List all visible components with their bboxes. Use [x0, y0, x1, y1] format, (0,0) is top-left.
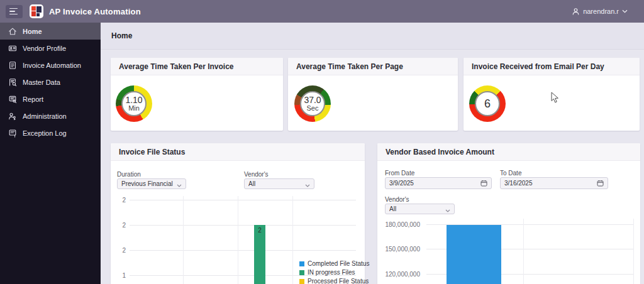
hamburger-menu-button[interactable]: [6, 5, 23, 18]
invoice-file-status-card: Invoice File Status Duration Previous Fi…: [111, 143, 365, 284]
card-title: Vendor Based Invoice Amount: [386, 148, 494, 156]
vendors-label: Vendor's: [385, 196, 409, 203]
legend-label: Processed File Status: [308, 278, 369, 284]
chevron-down-icon: [445, 204, 450, 215]
y-axis-tick: 1: [113, 272, 126, 279]
user-menu[interactable]: narendran.r: [572, 0, 628, 23]
vendor-profile-icon: [8, 44, 17, 53]
gauge-avg-time-per-invoice: 1.10 Min: [116, 85, 152, 122]
y-axis-tick: 150,000,000: [382, 246, 420, 253]
invoice-automation-icon: [8, 61, 17, 70]
legend-item-processed[interactable]: Processed File Status: [299, 278, 369, 284]
gauge-unit: Min: [128, 105, 140, 112]
gridline: [183, 196, 184, 284]
card-title: Invoice Received from Email Per Day: [472, 62, 604, 71]
mouse-cursor: [551, 92, 559, 106]
sidebar-item-administration[interactable]: Administration: [0, 107, 101, 124]
legend-swatch: [299, 279, 304, 284]
duration-select-value: Previous Financial Year: [121, 180, 174, 187]
sidebar-nav: Home Vendor Profile Invoice Automation M…: [0, 23, 101, 284]
to-date-label: To Date: [500, 170, 521, 177]
card-header: Invoice File Status: [111, 143, 365, 161]
duration-select[interactable]: Previous Financial Year: [117, 178, 186, 189]
sidebar-item-label: Exception Log: [23, 129, 67, 137]
legend-item-completed[interactable]: Completed File Status: [299, 260, 369, 267]
breadcrumb: Home: [111, 31, 132, 40]
sidebar-item-invoice-automation[interactable]: Invoice Automation: [0, 57, 101, 74]
to-date-input[interactable]: 3/16/2025: [500, 177, 608, 189]
vendors-select-value: All: [389, 205, 396, 212]
kpi-card-avg-time-per-invoice: Average Time Taken Per Invoice 1.10 Min: [111, 58, 283, 131]
chevron-down-icon: [622, 9, 628, 13]
app-logo-icon: [30, 4, 43, 18]
vendor-invoice-amount-card: Vendor Based Invoice Amount From Date 3/…: [377, 143, 640, 284]
gauge-invoice-received: 6: [469, 85, 506, 122]
sidebar-item-label: Home: [23, 28, 42, 35]
duration-label: Duration: [117, 171, 141, 178]
card-title: Invoice File Status: [119, 148, 185, 156]
report-icon: [8, 95, 17, 104]
vendors-select[interactable]: All: [244, 178, 314, 189]
chevron-down-icon: [177, 178, 182, 190]
y-axis-tick: 180,000,000: [382, 221, 420, 228]
legend-swatch: [299, 261, 304, 266]
to-date-value: 3/16/2025: [504, 180, 533, 187]
top-header: AP Invoice Automation narendran.r: [0, 0, 644, 23]
gauge-center: 37.0 Sec: [300, 91, 325, 116]
y-axis-tick: 2: [113, 197, 126, 204]
gauge-unit: Sec: [307, 105, 319, 112]
calendar-icon: [480, 178, 487, 189]
user-name: narendran.r: [583, 8, 619, 15]
gridline: [238, 196, 238, 284]
vendors-label: Vendor's: [244, 171, 269, 178]
legend-label: Completed File Status: [308, 260, 369, 267]
kpi-card-avg-time-per-page: Average Time Taken Per Page 37.0 Sec: [288, 58, 458, 131]
gridline: [523, 219, 524, 284]
exception-log-icon: [8, 129, 17, 138]
sidebar-item-label: Master Data: [23, 79, 60, 86]
administration-icon: [8, 112, 17, 121]
sidebar-item-home[interactable]: Home: [0, 23, 101, 40]
y-axis-tick: 2: [113, 247, 126, 254]
vendors-select[interactable]: All: [385, 204, 455, 214]
sidebar-item-label: Invoice Automation: [23, 62, 81, 69]
app-title: AP Invoice Automation: [49, 7, 141, 16]
gridline: [633, 219, 634, 284]
master-data-icon: [8, 78, 17, 87]
legend-label: IN progress Files: [308, 269, 355, 276]
gridline: [130, 225, 356, 226]
card-header: Average Time Taken Per Invoice: [111, 58, 283, 75]
card-title: Average Time Taken Per Page: [296, 62, 403, 71]
card-header: Invoice Received from Email Per Day: [464, 58, 640, 75]
from-date-value: 3/9/2025: [389, 180, 414, 187]
home-icon: [8, 27, 17, 36]
gauge-value: 37.0: [304, 96, 321, 104]
sidebar-item-label: Report: [23, 96, 43, 103]
legend-swatch: [299, 270, 304, 275]
from-date-input[interactable]: 3/9/2025: [385, 177, 492, 189]
vendors-select-value: All: [248, 180, 255, 187]
gauge-value: 1.10: [125, 96, 142, 104]
sidebar-item-report[interactable]: Report: [0, 90, 101, 107]
y-axis-tick: 2: [113, 222, 126, 229]
breadcrumb-bar: Home: [101, 23, 644, 50]
calendar-icon: [597, 178, 604, 189]
bar-vendor-invoice-amount[interactable]: [447, 225, 501, 284]
gauge-value: 6: [484, 98, 491, 109]
chevron-down-icon: [305, 178, 310, 190]
sidebar-item-vendor-profile[interactable]: Vendor Profile: [0, 40, 101, 57]
legend-item-in-progress[interactable]: IN progress Files: [299, 269, 369, 276]
card-header: Vendor Based Invoice Amount: [377, 143, 640, 161]
card-header: Average Time Taken Per Page: [288, 58, 458, 75]
from-date-label: From Date: [385, 170, 414, 177]
sidebar-item-exception-log[interactable]: Exception Log: [0, 124, 101, 141]
user-icon: [572, 8, 580, 16]
gridline: [292, 196, 293, 284]
y-axis-tick: 120,000,000: [382, 271, 420, 278]
bar-in-progress-files[interactable]: [254, 225, 265, 284]
gridline: [130, 200, 356, 200]
chart-legend: Completed File Status IN progress Files …: [299, 260, 369, 284]
card-title: Average Time Taken Per Invoice: [119, 62, 234, 71]
sidebar-item-master-data[interactable]: Master Data: [0, 74, 101, 90]
gridline: [130, 250, 356, 251]
